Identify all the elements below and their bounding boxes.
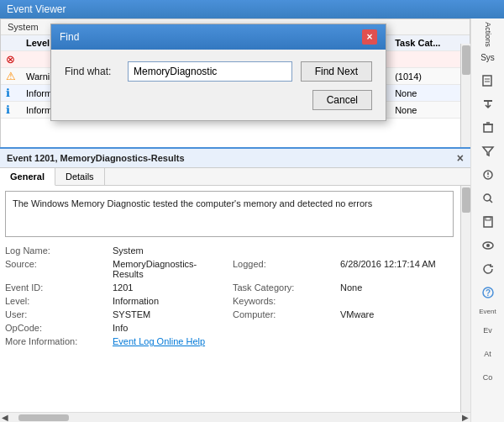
find-cancel-row: Cancel xyxy=(65,90,372,110)
action-clear[interactable] xyxy=(476,118,500,138)
action-properties[interactable] xyxy=(476,165,500,185)
source-value: MemoryDiagnostics-Results xyxy=(113,259,226,279)
blank-4 xyxy=(340,323,454,333)
source-label: Source: xyxy=(5,259,106,279)
action-system[interactable]: Sys xyxy=(476,47,500,67)
event-tabs: General Details xyxy=(0,168,470,186)
keywords-label: Keywords: xyxy=(233,296,333,306)
action-filter[interactable] xyxy=(476,141,500,161)
svg-text:?: ? xyxy=(485,288,490,298)
svg-point-8 xyxy=(487,176,489,177)
action-attach[interactable]: At xyxy=(476,344,500,364)
find-what-input[interactable] xyxy=(128,61,292,82)
col-task: Task Cat... xyxy=(390,35,470,51)
blank-1 xyxy=(233,245,333,256)
svg-rect-3 xyxy=(484,124,492,132)
event-message-text: The Windows Memory Diagnostic tested the… xyxy=(13,198,372,208)
user-label: User: xyxy=(5,309,106,319)
actions-label: Actions xyxy=(483,22,491,47)
level-value: Information xyxy=(113,296,226,306)
action-copy[interactable]: Co xyxy=(476,367,500,388)
log-name-value: System xyxy=(113,245,226,256)
eventid-label: Event ID: xyxy=(5,282,106,293)
opcode-label: OpCode: xyxy=(5,323,106,333)
info-icon: ℹ xyxy=(6,103,10,116)
event-body: The Windows Memory Diagnostic tested the… xyxy=(0,186,470,417)
svg-point-9 xyxy=(484,194,491,201)
event-fields: Log Name: System Source: MemoryDiagnosti… xyxy=(5,245,454,346)
error-icon: ⊗ xyxy=(6,53,15,66)
find-cancel-button[interactable]: Cancel xyxy=(312,90,372,110)
scroll-thumb[interactable] xyxy=(18,414,69,421)
blank-2 xyxy=(340,245,454,256)
task-value: None xyxy=(340,282,454,293)
tab-details[interactable]: Details xyxy=(55,168,105,185)
log-name-label: Log Name: xyxy=(5,245,106,256)
action-event-view[interactable]: Ev xyxy=(476,320,500,340)
main-titlebar: Event Viewer xyxy=(0,0,504,18)
svg-line-10 xyxy=(490,200,492,203)
event-section-label: Event xyxy=(477,306,497,317)
computer-value: VMware xyxy=(340,309,454,319)
find-what-row: Find what: Find Next xyxy=(65,61,372,82)
warning-icon: ⚠ xyxy=(6,70,16,82)
info-icon: ℹ xyxy=(6,87,10,99)
action-save[interactable] xyxy=(476,212,500,232)
find-dialog-titlebar: Find × xyxy=(51,24,386,50)
event-detail-close-button[interactable]: × xyxy=(457,152,464,164)
opcode-value: Info xyxy=(113,323,226,333)
find-close-button[interactable]: × xyxy=(362,29,377,45)
main-app-title: Event Viewer xyxy=(7,3,66,15)
svg-rect-0 xyxy=(483,76,491,86)
action-view[interactable] xyxy=(476,235,500,256)
task-label: Task Category: xyxy=(233,282,333,293)
actions-panel: Actions Sys ? Event xyxy=(470,18,504,422)
log-task: (1014) xyxy=(390,68,470,85)
event-detail-title-text: Event 1201, MemoryDiagnostics-Results xyxy=(7,153,185,163)
action-refresh[interactable] xyxy=(476,259,500,279)
scroll-right-arrow[interactable]: ▶ xyxy=(460,413,470,422)
keywords-value xyxy=(340,296,454,306)
svg-point-14 xyxy=(486,244,490,247)
blank-3 xyxy=(233,323,333,333)
computer-label: Computer: xyxy=(233,309,333,319)
action-find[interactable] xyxy=(476,188,500,208)
log-task: None xyxy=(390,102,470,119)
action-create[interactable] xyxy=(476,71,500,91)
level-label: Level: xyxy=(5,296,106,306)
logged-label: Logged: xyxy=(233,259,333,279)
eventid-value: 1201 xyxy=(113,282,226,293)
event-message-box: The Windows Memory Diagnostic tested the… xyxy=(5,191,454,237)
system-header-label: System xyxy=(8,22,39,32)
bottom-scrollbar[interactable]: ◀ ▶ xyxy=(0,412,470,422)
user-value: SYSTEM xyxy=(113,309,226,319)
log-task: None xyxy=(390,85,470,102)
action-help[interactable]: ? xyxy=(476,282,500,303)
find-dialog-body: Find what: Find Next Cancel xyxy=(51,50,386,120)
event-log-online-help-link[interactable]: Event Log Online Help xyxy=(113,336,226,346)
more-info-label: More Information: xyxy=(5,336,106,346)
event-body-scrollbar[interactable] xyxy=(460,186,470,417)
event-detail-panel: Event 1201, MemoryDiagnostics-Results × … xyxy=(0,147,470,422)
scroll-left-arrow[interactable]: ◀ xyxy=(0,413,10,422)
tab-general[interactable]: General xyxy=(0,168,55,186)
event-detail-header: Event 1201, MemoryDiagnostics-Results × xyxy=(0,149,470,168)
find-dialog: Find × Find what: Find Next Cancel xyxy=(50,24,386,121)
find-dialog-title: Find xyxy=(60,31,79,43)
logged-value: 6/28/2016 12:17:14 AM xyxy=(340,259,454,279)
find-next-button[interactable]: Find Next xyxy=(301,61,372,82)
log-scrollbar[interactable] xyxy=(460,44,470,153)
action-import[interactable] xyxy=(476,94,500,114)
find-what-label: Find what: xyxy=(65,66,119,77)
